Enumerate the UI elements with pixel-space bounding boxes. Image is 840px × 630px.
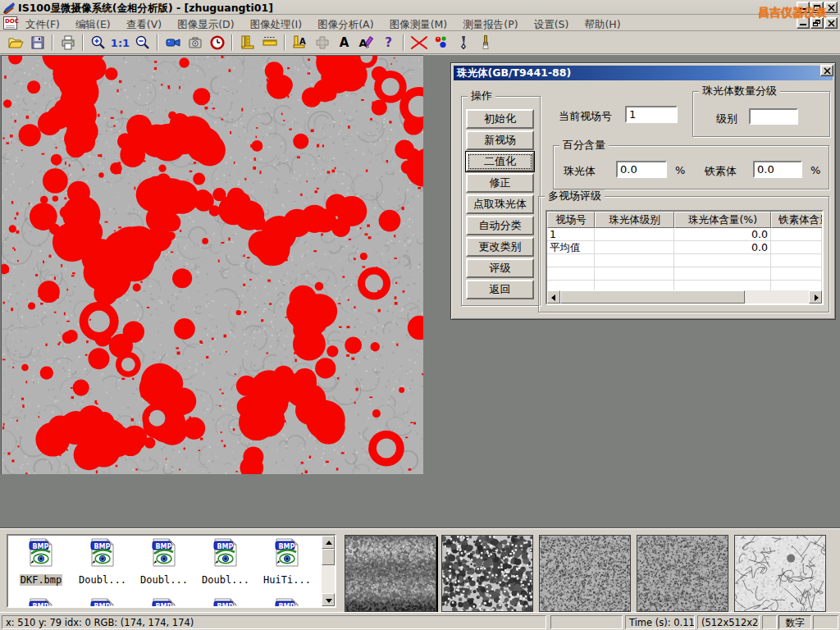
scroll-up-button[interactable] bbox=[322, 536, 335, 549]
caliper-icon bbox=[240, 34, 256, 51]
pen-tool-button[interactable] bbox=[452, 33, 474, 52]
empty-status-panel bbox=[550, 615, 623, 629]
application-window: IS100显微摄像系统(金相分析版) - [zhuguangti01] 昌吉仪器… bbox=[0, 0, 840, 630]
zoom-out-button[interactable] bbox=[131, 33, 153, 52]
file-item[interactable]: BMP Doubl... bbox=[73, 538, 132, 587]
pick-pearlite-button[interactable]: 点取珠光体 bbox=[466, 194, 534, 214]
scroll-left-button[interactable] bbox=[547, 290, 560, 304]
file-item[interactable]: BMP bbox=[196, 598, 255, 608]
help-button[interactable]: ? bbox=[377, 33, 399, 52]
menu-settings[interactable]: 设置(S) bbox=[528, 16, 575, 31]
dialog-close-button[interactable] bbox=[820, 65, 833, 76]
close-icon bbox=[824, 67, 831, 75]
scrollbar-thumb[interactable] bbox=[560, 290, 745, 304]
file-name[interactable]: DKF.bmp bbox=[20, 574, 63, 586]
return-button[interactable]: 返回 bbox=[466, 280, 534, 299]
erase-curve-button[interactable] bbox=[408, 33, 430, 52]
menu-measure-report[interactable]: 测量报告(P) bbox=[457, 16, 523, 31]
open-button[interactable] bbox=[4, 33, 26, 52]
rate-button[interactable]: 评级 bbox=[466, 258, 534, 278]
scroll-right-button[interactable] bbox=[809, 290, 822, 304]
file-name[interactable]: Doubl... bbox=[78, 574, 127, 586]
zoom-in-icon bbox=[90, 34, 107, 51]
svg-text:BMP: BMP bbox=[156, 543, 172, 550]
scroll-down-button[interactable] bbox=[322, 593, 335, 606]
percent-group-label: 百分含量 bbox=[559, 139, 609, 152]
file-item[interactable]: BMP bbox=[135, 598, 194, 608]
pearlite-dialog: 珠光体(GB/T9441-88) 操作 初始化 新视场 二值化 修正 点取珠光体… bbox=[450, 62, 836, 320]
dialog-title-bar[interactable]: 珠光体(GB/T9441-88) bbox=[454, 66, 833, 80]
workspace: 珠光体(GB/T9441-88) 操作 初始化 新视场 二值化 修正 点取珠光体… bbox=[0, 55, 840, 528]
auto-classify-button[interactable]: 自动分类 bbox=[466, 216, 534, 235]
file-name[interactable]: Doubl... bbox=[201, 574, 250, 586]
menu-view[interactable]: 查看(V) bbox=[121, 16, 167, 31]
multiview-table[interactable]: 视场号 珠光体级别 珠光体含量(%) 铁素体含量(%) 1 0.0 平均值 bbox=[546, 210, 824, 305]
new-field-button[interactable]: 新视场 bbox=[466, 130, 534, 150]
percent-group: 百分含量 珠光体 % 铁素体 % bbox=[553, 145, 829, 189]
save-icon bbox=[30, 34, 46, 51]
brush-tool-button[interactable] bbox=[474, 33, 496, 52]
init-button[interactable]: 初始化 bbox=[466, 109, 534, 129]
actual-size-button[interactable]: 1:1 bbox=[109, 33, 131, 52]
gallery-thumbnail[interactable] bbox=[345, 535, 436, 612]
bmp-file-icon: BMP bbox=[29, 598, 53, 608]
file-item[interactable]: BMP bbox=[258, 598, 317, 608]
level-input[interactable] bbox=[749, 108, 798, 125]
file-item[interactable]: BMP bbox=[11, 598, 71, 608]
snapshot-button[interactable] bbox=[184, 33, 206, 52]
measure-annotate-button[interactable]: A bbox=[289, 33, 311, 52]
timer-button[interactable] bbox=[206, 33, 228, 52]
text-button[interactable]: A bbox=[333, 33, 355, 52]
table-row[interactable]: 1 0.0 bbox=[547, 228, 822, 241]
menu-image-process[interactable]: 图像处理(I) bbox=[244, 16, 308, 31]
current-field-input[interactable] bbox=[625, 106, 678, 123]
video-capture-button[interactable] bbox=[162, 33, 184, 52]
table-hscrollbar[interactable] bbox=[547, 290, 822, 304]
gallery-thumbnail[interactable] bbox=[734, 535, 826, 612]
file-item[interactable]: BMP Doubl... bbox=[196, 538, 255, 587]
document-icon[interactable]: DOC bbox=[3, 16, 17, 30]
menu-help[interactable]: 帮助(H) bbox=[578, 16, 626, 31]
menu-image-display[interactable]: 图像显示(D) bbox=[171, 16, 240, 31]
scrollbar-thumb[interactable] bbox=[322, 549, 335, 565]
table-row[interactable]: 平均值 0.0 bbox=[547, 241, 822, 254]
cell-field: 1 bbox=[547, 228, 595, 240]
gallery-thumbnail[interactable] bbox=[441, 535, 533, 612]
dialog-title: 珠光体(GB/T9441-88) bbox=[454, 66, 571, 80]
ferrite-input[interactable] bbox=[753, 161, 802, 178]
bmp-file-icon: BMP bbox=[90, 538, 115, 568]
file-item[interactable]: BMP HuiTi... bbox=[258, 538, 317, 587]
ruler-button[interactable] bbox=[258, 33, 281, 52]
zoom-in-button[interactable] bbox=[87, 33, 109, 52]
file-item[interactable]: BMP DKF.bmp bbox=[11, 538, 71, 587]
change-class-button[interactable]: 更改类别 bbox=[466, 237, 534, 257]
metallographic-image[interactable] bbox=[1, 55, 423, 474]
menu-image-measure[interactable]: 图像测量(M) bbox=[384, 16, 454, 31]
menu-file[interactable]: 文件(F) bbox=[20, 16, 66, 31]
save-button[interactable] bbox=[26, 33, 48, 52]
pearlite-input[interactable] bbox=[616, 161, 667, 178]
file-name[interactable]: HuiTi... bbox=[262, 574, 312, 586]
merge-button[interactable] bbox=[311, 33, 333, 52]
col-pearlite-level[interactable]: 珠光体级别 bbox=[595, 212, 674, 228]
binarize-button[interactable]: 二值化 bbox=[466, 152, 534, 171]
correct-button[interactable]: 修正 bbox=[466, 173, 534, 193]
table-row-empty bbox=[547, 254, 822, 267]
file-name[interactable]: Doubl... bbox=[139, 574, 189, 586]
file-vscrollbar[interactable] bbox=[322, 536, 335, 606]
caliper-measure-button[interactable] bbox=[236, 33, 258, 52]
print-button[interactable] bbox=[57, 33, 79, 52]
col-field-number[interactable]: 视场号 bbox=[547, 212, 595, 228]
menu-edit[interactable]: 编辑(E) bbox=[70, 16, 116, 31]
file-item[interactable]: BMP Doubl... bbox=[135, 538, 194, 587]
col-pearlite-content[interactable]: 珠光体含量(%) bbox=[674, 212, 771, 228]
file-item[interactable]: BMP bbox=[73, 598, 132, 608]
classify-button[interactable] bbox=[430, 33, 452, 52]
photo-camera-icon bbox=[187, 34, 203, 51]
gallery-thumbnail[interactable] bbox=[637, 535, 728, 612]
annotate-button[interactable]: A bbox=[355, 33, 377, 52]
menu-image-analysis[interactable]: 图像分析(A) bbox=[312, 16, 379, 31]
gallery-thumbnail[interactable] bbox=[539, 535, 631, 612]
svg-text:BMP: BMP bbox=[33, 603, 49, 609]
col-ferrite-content[interactable]: 铁素体含量(%) bbox=[771, 212, 824, 228]
